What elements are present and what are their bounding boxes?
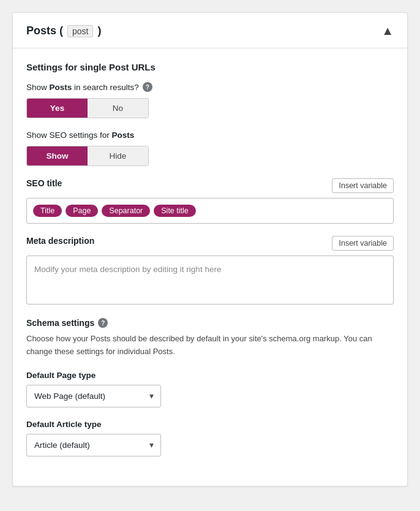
seo-tag-title: Title — [33, 205, 62, 217]
card-body: Settings for single Post URLs Show Posts… — [13, 48, 407, 486]
yes-button[interactable]: Yes — [27, 99, 88, 118]
no-button[interactable]: No — [88, 99, 148, 118]
seo-title-label: SEO title — [26, 178, 62, 188]
show-in-search-label: Show Posts in search results? ? — [26, 82, 394, 92]
seo-title-box[interactable]: Title Page Separator Site title — [26, 198, 394, 224]
seo-tag-site-title: Site title — [154, 205, 195, 217]
meta-description-box[interactable]: Modify your meta description by editing … — [26, 255, 394, 305]
hide-button[interactable]: Hide — [88, 146, 148, 165]
show-in-search-text-prefix: Show Posts in search results? — [26, 83, 139, 92]
posts-seo-bold: Posts — [112, 131, 135, 140]
page-type-select[interactable]: Web Page (default) Article Blog Posting — [26, 385, 161, 407]
card-header: Posts ( post ) ▲ — [13, 13, 407, 48]
show-seo-text: Show SEO settings for Posts — [26, 131, 134, 140]
article-type-label: Default Article type — [26, 420, 394, 429]
meta-description-row: Meta description Insert variable — [26, 236, 394, 251]
seo-insert-variable-button[interactable]: Insert variable — [332, 178, 394, 193]
post-tag-label: post — [67, 25, 93, 37]
schema-description: Choose how your Posts should be describe… — [26, 333, 394, 358]
section-title: Settings for single Post URLs — [26, 62, 394, 72]
schema-title-text: Schema settings — [26, 318, 94, 328]
page-type-dropdown-wrapper: Web Page (default) Article Blog Posting … — [26, 385, 161, 407]
seo-settings-toggle: Show Hide — [26, 146, 149, 166]
seo-title-row: SEO title Insert variable — [26, 178, 394, 193]
card-title: Posts ( post ) — [26, 25, 101, 37]
show-seo-label: Show SEO settings for Posts — [26, 131, 394, 140]
search-results-toggle: Yes No — [26, 98, 149, 118]
seo-tag-separator: Separator — [102, 205, 150, 217]
seo-tag-page: Page — [66, 205, 98, 217]
collapse-icon[interactable]: ▲ — [381, 24, 394, 38]
article-type-select[interactable]: Article (default) Blog Posting Tech Arti… — [26, 434, 161, 456]
meta-description-label: Meta description — [26, 236, 94, 246]
page-type-label: Default Page type — [26, 371, 394, 380]
schema-help-icon[interactable]: ? — [98, 318, 108, 328]
article-type-dropdown-wrapper: Article (default) Blog Posting Tech Arti… — [26, 434, 161, 456]
show-in-search-help-icon[interactable]: ? — [143, 82, 152, 92]
show-button[interactable]: Show — [27, 146, 88, 165]
schema-title: Schema settings ? — [26, 318, 394, 328]
posts-settings-card: Posts ( post ) ▲ Settings for single Pos… — [12, 12, 408, 486]
posts-bold: Posts — [50, 83, 72, 92]
meta-insert-variable-button[interactable]: Insert variable — [332, 236, 394, 251]
